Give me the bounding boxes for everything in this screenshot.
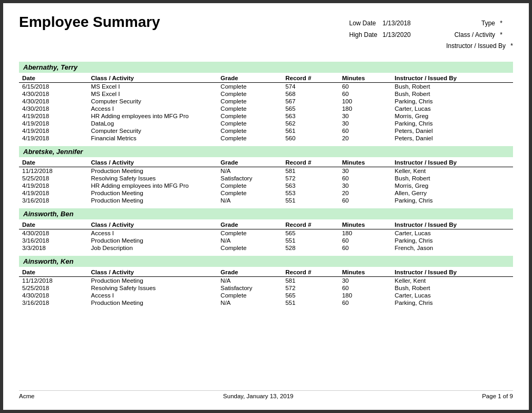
col-header-minutes: Minutes [339,74,392,83]
report-header: Employee Summary Low Date 1/13/2018 High… [19,14,513,52]
footer-page: Page 1 of 9 [482,393,513,399]
cell-grade: Complete [217,292,282,299]
cell-class: Access I [88,229,218,237]
cell-grade: Complete [217,182,282,189]
col-header-record: Record # [282,220,339,229]
low-date-label: Low Date [349,18,381,30]
cell-instructor: Carter, Lucas [392,105,513,112]
table-row: 3/3/2018Job DescriptionComplete52860Fren… [19,244,513,252]
cell-grade: Complete [217,82,282,90]
col-header-date: Date [19,220,88,229]
cell-date: 4/30/2018 [19,229,88,237]
cell-date: 4/19/2018 [19,182,88,189]
table-row: 4/30/2018Access IComplete565180Carter, L… [19,105,513,112]
cell-record: 551 [282,197,339,204]
cell-record: 553 [282,189,339,197]
col-header-instructor: Instructor / Issued By [392,158,513,167]
col-header-record: Record # [282,268,339,277]
cell-record: 565 [282,105,339,112]
cell-record: 572 [282,175,339,182]
meta-dates: Low Date 1/13/2018 High Date 1/13/2020 [349,18,411,52]
cell-instructor: Parking, Chris [392,237,513,244]
col-header-date: Date [19,74,88,83]
cell-minutes: 60 [339,127,392,135]
col-header-instructor: Instructor / Issued By [392,220,513,229]
cell-date: 4/19/2018 [19,112,88,120]
cell-date: 4/19/2018 [19,189,88,197]
cell-date: 4/30/2018 [19,292,88,299]
col-header-date: Date [19,158,88,167]
cell-date: 3/16/2018 [19,197,88,204]
cell-minutes: 100 [339,98,392,105]
cell-minutes: 60 [339,237,392,244]
col-header-record: Record # [282,74,339,83]
cell-instructor: Carter, Lucas [392,292,513,299]
cell-grade: Complete [217,135,282,142]
table-row: 6/15/2018MS Excel IComplete57460Bush, Ro… [19,82,513,90]
cell-record: 562 [282,120,339,127]
cell-minutes: 30 [339,112,392,120]
cell-minutes: 30 [339,120,392,127]
type-label: Type [442,18,495,30]
cell-date: 11/12/2018 [19,167,88,175]
cell-instructor: Parking, Chris [392,98,513,105]
cell-record: 561 [282,127,339,135]
table-row: 11/12/2018Production MeetingN/A58130Kell… [19,276,513,284]
report-title: Employee Summary [19,14,160,31]
cell-class: DataLog [88,120,218,127]
employee-name: Abretske, Jennifer [19,146,513,157]
table-row: 4/30/2018MS Excel IComplete56860Bush, Ro… [19,90,513,98]
col-header-minutes: Minutes [339,220,392,229]
high-date-value: 1/13/2020 [383,31,411,39]
employee-name: Ainsworth, Ben [19,208,513,219]
cell-record: 563 [282,112,339,120]
cell-minutes: 180 [339,229,392,237]
cell-instructor: Peters, Daniel [392,127,513,135]
cell-date: 5/25/2018 [19,284,88,292]
cell-instructor: Bush, Robert [392,284,513,292]
cell-record: 563 [282,182,339,189]
table-row: 3/16/2018Production MeetingN/A55160Parki… [19,197,513,204]
cell-record: 581 [282,167,339,175]
cell-date: 4/19/2018 [19,135,88,142]
cell-instructor: Bush, Robert [392,90,513,98]
cell-minutes: 60 [339,244,392,252]
class-activity-value: * [500,31,502,39]
table-row: 4/30/2018Access IComplete565180Carter, L… [19,229,513,237]
cell-minutes: 60 [339,90,392,98]
col-header-grade: Grade [217,74,282,83]
cell-date: 3/16/2018 [19,299,88,306]
cell-class: MS Excel I [88,90,218,98]
cell-instructor: Bush, Robert [392,82,513,90]
cell-date: 4/30/2018 [19,98,88,105]
cell-grade: Complete [217,189,282,197]
cell-class: Resolving Safety Issues [88,284,218,292]
cell-class: Job Description [88,244,218,252]
cell-instructor: Parking, Chris [392,120,513,127]
cell-instructor: Morris, Greg [392,182,513,189]
employee-table: DateClass / ActivityGradeRecord #Minutes… [19,158,513,204]
cell-grade: Satisfactory [217,284,282,292]
cell-record: 581 [282,276,339,284]
cell-minutes: 60 [339,197,392,204]
col-header-class: Class / Activity [88,220,218,229]
cell-record: 551 [282,237,339,244]
employee-name: Abernathy, Terry [19,62,513,73]
meta-right: Type * Class / Activity * Instructor / I… [442,18,513,52]
cell-minutes: 30 [339,182,392,189]
col-header-grade: Grade [217,268,282,277]
cell-date: 5/25/2018 [19,175,88,182]
cell-grade: Complete [217,244,282,252]
col-header-instructor: Instructor / Issued By [392,74,513,83]
employee-section: Abretske, JenniferDateClass / ActivityGr… [19,146,513,204]
cell-record: 574 [282,82,339,90]
table-row: 3/16/2018Production MeetingN/A55160Parki… [19,237,513,244]
cell-grade: N/A [217,276,282,284]
table-row: 5/25/2018Resolving Safety IssuesSatisfac… [19,284,513,292]
cell-record: 565 [282,292,339,299]
cell-grade: Complete [217,120,282,127]
cell-grade: N/A [217,197,282,204]
cell-class: Access I [88,292,218,299]
cell-record: 560 [282,135,339,142]
table-row: 4/19/2018HR Adding employees into MFG Pr… [19,182,513,189]
